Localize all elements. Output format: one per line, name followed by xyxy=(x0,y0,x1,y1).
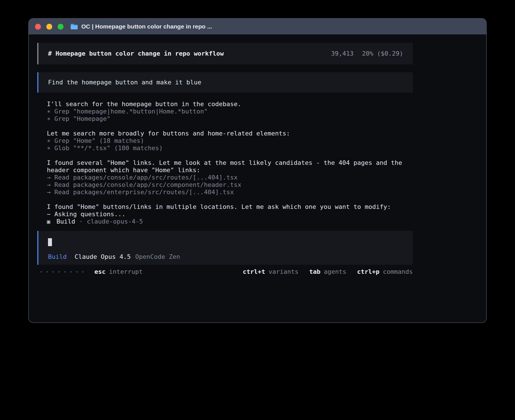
status-left: ········ esc interrupt xyxy=(37,268,143,275)
shortcut-key: ctrl+t xyxy=(243,268,265,275)
prompt-input[interactable]: Build Claude Opus 4.5 OpenCode Zen xyxy=(37,231,413,265)
minimize-button[interactable] xyxy=(46,24,52,30)
tool-call-group: ∗ Grep "homepage|home.*button|Home.*butt… xyxy=(47,108,413,123)
tool-call-read: → Read packages/console/app/src/componen… xyxy=(47,181,413,189)
text-cursor xyxy=(48,238,52,246)
tool-call-grep: ∗ Grep "Home" (18 matches) xyxy=(47,137,413,145)
shortcut-variants: ctrl+t variants xyxy=(243,268,298,275)
zoom-button[interactable] xyxy=(58,24,64,30)
assistant-transcript: I'll search for the homepage button in t… xyxy=(37,100,413,225)
tool-call-grep: ∗ Grep "Homepage" xyxy=(47,115,413,123)
folder-icon xyxy=(70,23,78,30)
tool-call-grep: ∗ Grep "homepage|home.*button|Home.*butt… xyxy=(47,108,413,115)
active-agent: ▣ Build · claude-opus-4-5 xyxy=(47,218,413,225)
tool-call-group: → Read packages/console/app/src/routes/[… xyxy=(47,174,413,196)
traffic-lights xyxy=(35,24,64,30)
model-name: Claude Opus 4.5 xyxy=(75,253,131,261)
context-usage: 20% ($0.29) xyxy=(362,50,403,57)
status-right: ctrl+t variants tab agents ctrl+p comman… xyxy=(243,268,413,275)
provider-name: OpenCode Zen xyxy=(135,253,180,261)
spinner-dots-icon: ········ xyxy=(40,268,87,275)
terminal-content: # Homepage button color change in repo w… xyxy=(29,34,486,275)
status-bar: ········ esc interrupt ctrl+t variants t… xyxy=(37,268,413,275)
tool-call-read: → Read packages/console/app/src/routes/[… xyxy=(47,174,413,181)
window-title: OC | Homepage button color change in rep… xyxy=(81,23,212,30)
shortcut-key: ctrl+p xyxy=(357,268,379,275)
agent-separator: · xyxy=(79,218,83,225)
assistant-text: Let me search more broadly for buttons a… xyxy=(47,130,413,137)
esc-key-hint: esc xyxy=(94,268,106,275)
desktop-background: OC | Homepage button color change in rep… xyxy=(0,0,515,420)
assistant-text: I'll search for the homepage button in t… xyxy=(47,100,413,108)
esc-key-label: interrupt xyxy=(109,268,143,275)
assistant-text: I found "Home" buttons/links in multiple… xyxy=(47,203,413,211)
shortcut-label: commands xyxy=(383,268,413,275)
input-meta: Build Claude Opus 4.5 OpenCode Zen xyxy=(48,253,403,261)
assistant-status: ~ Asking questions... xyxy=(47,211,413,218)
user-message: Find the homepage button and make it blu… xyxy=(37,72,413,93)
shortcut-commands: ctrl+p commands xyxy=(357,268,413,275)
shortcut-label: variants xyxy=(269,268,298,275)
tool-call-read: → Read packages/enterprise/src/routes/[.… xyxy=(47,189,413,196)
token-count: 39,413 xyxy=(331,50,353,57)
assistant-text: I found several "Home" links. Let me loo… xyxy=(47,159,413,174)
agent-model: claude-opus-4-5 xyxy=(87,218,143,225)
agent-name: Build xyxy=(56,218,75,225)
session-stats: 39,413 20% ($0.29) xyxy=(331,50,403,57)
agent-mode-label[interactable]: Build xyxy=(48,253,67,261)
shortcut-label: agents xyxy=(324,268,346,275)
shortcut-agents: tab agents xyxy=(309,268,346,275)
tool-call-glob: ∗ Glob "**/*.tsx" (100 matches) xyxy=(47,145,413,152)
user-message-text: Find the homepage button and make it blu… xyxy=(48,79,201,86)
agent-icon: ▣ xyxy=(47,218,50,225)
titlebar: OC | Homepage button color change in rep… xyxy=(29,19,486,34)
session-title: # Homepage button color change in repo w… xyxy=(48,50,224,57)
tool-call-group: ∗ Grep "Home" (18 matches) ∗ Glob "**/*.… xyxy=(47,137,413,152)
session-header: # Homepage button color change in repo w… xyxy=(37,43,413,64)
close-button[interactable] xyxy=(35,24,41,30)
shortcut-key: tab xyxy=(309,268,320,275)
terminal-window: OC | Homepage button color change in rep… xyxy=(28,18,487,323)
